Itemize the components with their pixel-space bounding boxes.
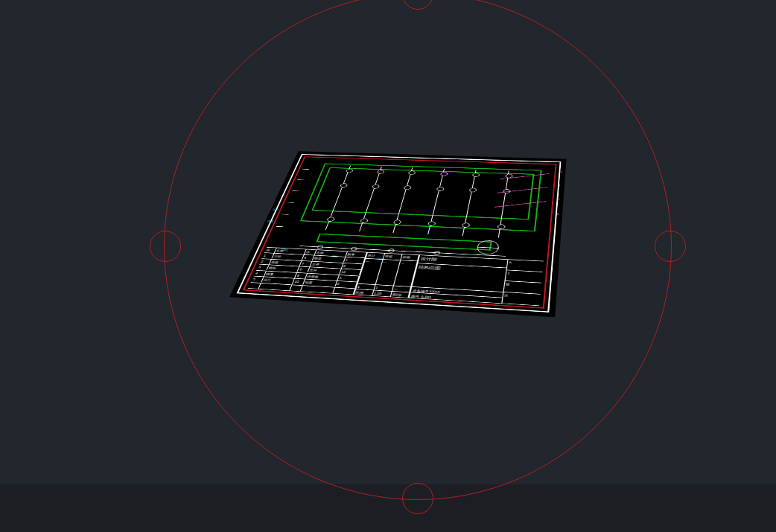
callout-1: 0: [559, 170, 562, 173]
elevation-view: 0 1 2 3: [295, 161, 547, 234]
orbit-handle-right[interactable]: [655, 231, 686, 262]
orbit-handle-left[interactable]: [150, 231, 181, 262]
callout-3: 2: [557, 198, 560, 201]
orbit-handle-bottom[interactable]: [402, 483, 433, 514]
drawing-sheet[interactable]: 0 1 2 3 020 030 040 050 060 序: [230, 152, 565, 317]
elevation-inner: [311, 167, 534, 220]
drawing-scene: 0 1 2 3 020 030 040 050 060 序: [261, 104, 559, 357]
orbit-handle-top[interactable]: [402, 0, 433, 10]
cad-viewport[interactable]: 0 1 2 3 020 030 040 050 060 序: [0, 0, 776, 532]
dim-2: 030: [267, 219, 273, 222]
callout-2: 1: [559, 184, 562, 187]
